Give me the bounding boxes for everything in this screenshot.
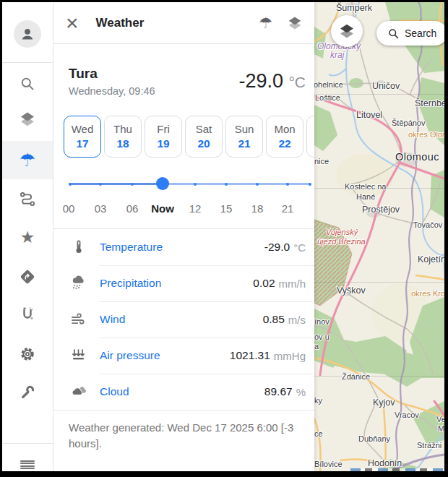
map[interactable]: Šumperk Olomoucký kraj ohelnice Uničov L…	[314, 2, 444, 471]
sidebar-item-layers[interactable]	[2, 102, 53, 137]
map-label: Tovačov	[413, 220, 442, 229]
layers-icon	[338, 22, 356, 40]
sidebar-item-menu[interactable]	[2, 447, 53, 471]
map-label: Litovel	[356, 110, 382, 120]
time-label: 06	[126, 202, 139, 215]
layers-icon	[19, 111, 36, 128]
time-label: 21	[282, 202, 294, 215]
navigation-icon	[19, 268, 36, 285]
map-label: Štěpánov	[392, 119, 425, 127]
map-label: M	[438, 424, 444, 433]
sidebar-item-search[interactable]	[2, 66, 53, 101]
detail-link[interactable]: Cloud	[100, 385, 129, 398]
detail-unit: %	[296, 386, 306, 398]
sidebar-item-favorites[interactable]: ★	[2, 220, 53, 254]
person-icon	[19, 25, 36, 43]
sidebar-item-configure[interactable]	[2, 375, 53, 410]
time-label: 12	[189, 202, 202, 215]
sidebar-item-navigation[interactable]	[2, 259, 53, 294]
search-label: Search	[405, 27, 436, 39]
day-card[interactable]: Sat 20	[185, 116, 223, 158]
umbrella-icon[interactable]: ☂	[259, 15, 272, 30]
temperature-unit: °C	[288, 74, 306, 90]
day-label: Sat	[196, 123, 212, 135]
slider-thumb[interactable]	[156, 177, 169, 190]
map-label: Loštice	[315, 93, 340, 102]
time-slider[interactable]	[53, 168, 314, 202]
time-label: 00	[63, 202, 75, 215]
detail-row-precipitation: Precipitation 0.02 mm/h	[53, 265, 314, 301]
sidebar-item-track-recording[interactable]	[2, 297, 53, 332]
day-card[interactable]: Thu 18	[104, 116, 142, 158]
detail-unit: mmHg	[274, 350, 306, 362]
map-label: nice	[314, 157, 329, 166]
detail-unit: m/s	[288, 314, 306, 326]
map-label: Prostějov	[362, 205, 400, 215]
panel-header: × Weather ☂	[53, 2, 314, 44]
sidebar-item-weather[interactable]: ☂	[2, 141, 53, 179]
map-label: Ve	[436, 415, 444, 424]
map-label: ohelnice	[314, 80, 343, 89]
day-label: Sun	[235, 123, 254, 135]
wind-icon	[70, 311, 87, 328]
temperature-value: -29.0	[238, 70, 283, 92]
map-label: Kostelec na	[345, 182, 386, 191]
sidebar-item-routes[interactable]	[2, 181, 53, 216]
star-icon: ★	[20, 229, 35, 246]
profile-button[interactable]	[14, 20, 41, 48]
day-date: 22	[278, 137, 290, 150]
time-label: 18	[251, 202, 264, 215]
day-card[interactable]: Mon 22	[266, 116, 303, 158]
detail-value: -29.0	[264, 241, 290, 254]
map-label: okres Kro	[411, 289, 444, 298]
day-card[interactable]: Wed 17	[64, 116, 101, 158]
day-card[interactable]: Fri 19	[145, 116, 182, 158]
sidebar-item-settings[interactable]	[2, 337, 53, 371]
close-button[interactable]: ×	[61, 12, 83, 34]
day-label: Thu	[113, 123, 132, 135]
slider-tick	[69, 183, 72, 186]
map-layers-button[interactable]	[331, 15, 363, 47]
slider-tick	[225, 183, 228, 186]
day-label: Wed	[72, 123, 94, 135]
detail-row-temperature: Temperature -29.0 °C	[53, 229, 314, 265]
detail-row-air-pressure: Air pressure 1021.31 mmHg	[53, 338, 314, 374]
weather-layers-icon[interactable]	[287, 15, 303, 31]
map-label: ov u	[314, 332, 329, 341]
map-search-button[interactable]: Search	[376, 21, 444, 46]
slider-track-fill	[69, 183, 163, 185]
sidebar-divider	[2, 443, 53, 444]
day-date: 19	[157, 137, 169, 150]
day-date: 17	[76, 137, 88, 150]
detail-link[interactable]: Air pressure	[100, 349, 160, 362]
map-label: ínov	[314, 317, 329, 326]
map-attribution	[350, 468, 444, 471]
weather-panel: × Weather ☂ Tura Wednesday, 09:46 -29.0 …	[53, 2, 314, 471]
day-date: 18	[116, 137, 129, 150]
detail-unit: mm/h	[279, 278, 306, 290]
map-label: Ždánice	[342, 372, 370, 381]
time-label: 03	[95, 202, 107, 215]
sidebar: ☂ ★	[2, 2, 53, 471]
map-label: Olomouc	[395, 151, 439, 163]
day-selector: Wed 17 Thu 18 Fri 19 Sat 20 Sun 21 Mon 2…	[53, 116, 314, 158]
map-label: a	[314, 342, 319, 351]
day-card[interactable]: Tu 23	[306, 116, 314, 158]
map-label: Kojetín	[418, 254, 444, 265]
slider-tick	[309, 183, 311, 186]
day-card[interactable]: Sun 21	[225, 116, 263, 158]
slider-tick	[99, 183, 102, 186]
time-label: 15	[220, 202, 233, 215]
detail-value: 1021.31	[230, 349, 270, 362]
map-label: Hodonín	[368, 458, 402, 468]
magnet-track-icon	[19, 306, 36, 323]
detail-link[interactable]: Temperature	[100, 241, 163, 254]
map-label: Šumperk	[336, 3, 372, 13]
map-label: Kyjov	[373, 398, 395, 408]
slider-tick	[194, 183, 197, 186]
detail-link[interactable]: Precipitation	[100, 277, 161, 290]
map-label: Dubňany	[358, 434, 390, 443]
map-label: Vyškov	[337, 285, 366, 296]
detail-link[interactable]: Wind	[100, 313, 125, 326]
map-label: Vracov	[395, 411, 419, 419]
